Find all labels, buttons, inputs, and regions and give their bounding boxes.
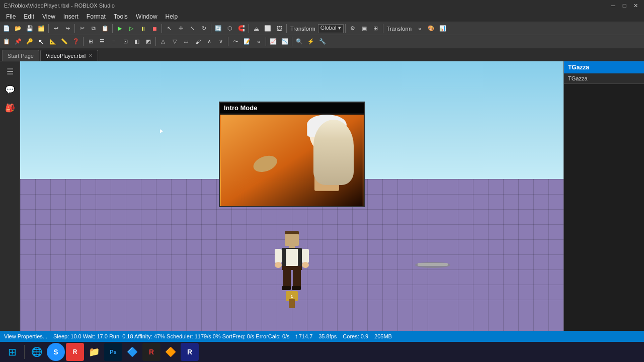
transform-mode-button[interactable]: 🔄 <box>213 23 224 34</box>
viewport[interactable]: Intro Mode <box>20 61 564 342</box>
separator-2 <box>74 24 75 33</box>
taskbar-roblox-studio[interactable]: R <box>66 343 84 361</box>
new-button[interactable]: 📄 <box>1 23 12 34</box>
sleep-wait-status: Sleep: 10.0 Wait: 17.0 Run: 0.18 Affinit… <box>53 333 290 339</box>
tb2-2[interactable]: 📌 <box>13 36 24 47</box>
play-button[interactable]: ▶ <box>114 23 125 34</box>
redo-button[interactable]: ↪ <box>62 23 73 34</box>
extra-2[interactable]: 📊 <box>437 23 448 34</box>
tb2-7[interactable]: ☰ <box>97 36 108 47</box>
coords-status: t 714.7 <box>296 333 313 339</box>
tab-close-icon[interactable]: ✕ <box>89 53 93 58</box>
tb2-8[interactable]: ≡ <box>108 36 119 47</box>
menu-format[interactable]: Format <box>83 11 110 22</box>
tb2-10[interactable]: ◧ <box>131 36 142 47</box>
chat-button[interactable]: 💬 <box>2 81 18 98</box>
stop-button[interactable]: ⏹ <box>149 23 160 34</box>
menu-help[interactable]: Help <box>162 11 182 22</box>
tb2-1[interactable]: 📋 <box>1 36 12 47</box>
svg-text:1: 1 <box>291 294 293 299</box>
paste-button[interactable]: 📋 <box>100 23 111 34</box>
tab-start-label: Start Page <box>8 53 34 59</box>
rotate-button[interactable]: ↻ <box>198 23 209 34</box>
tb2-terrain-flat[interactable]: ▱ <box>181 36 192 47</box>
copy-button[interactable]: ⧉ <box>88 23 99 34</box>
tb2-terrain-add[interactable]: △ <box>157 36 169 47</box>
ui-button[interactable]: 🖼 <box>274 23 285 34</box>
menu-tools[interactable]: Tools <box>110 11 132 22</box>
taskbar-app8[interactable]: R <box>181 343 199 361</box>
chat-icon: 💬 <box>5 85 15 95</box>
right-panel: TGazza TGazza <box>564 61 644 342</box>
select-button[interactable]: ↖ <box>164 23 175 34</box>
snap-button[interactable]: 🧲 <box>236 23 247 34</box>
ungroup-button[interactable]: ⊞ <box>370 23 381 34</box>
backpack-button[interactable]: 🎒 <box>2 100 18 116</box>
tab-start-page[interactable]: Start Page <box>2 50 39 61</box>
tb2-extra3[interactable]: 🔧 <box>317 36 328 47</box>
save-all-button[interactable]: 🗂️ <box>36 23 47 34</box>
hamburger-menu-button[interactable]: ☰ <box>2 63 18 79</box>
tb2-terrain-fill[interactable]: ∧ <box>204 36 215 47</box>
taskbar-folder[interactable]: 📁 <box>85 343 103 361</box>
tb2-stats2[interactable]: 📉 <box>279 36 290 47</box>
tab-video-player[interactable]: VideoPlayer.rbxl ✕ <box>40 50 98 61</box>
status-bar: View Properties... Sleep: 10.0 Wait: 17.… <box>0 331 644 342</box>
tb2-3[interactable]: 🔑 <box>24 36 35 47</box>
taskbar-skype[interactable]: S <box>47 343 65 361</box>
taskbar-ie[interactable]: 🌐 <box>28 343 46 361</box>
tb2-extra1[interactable]: 🔍 <box>294 36 305 47</box>
pause-button[interactable]: ⏸ <box>137 23 148 34</box>
part-button[interactable]: ⬜ <box>262 23 273 34</box>
tb2-cursor[interactable]: ↖ <box>36 36 47 47</box>
tb2-11[interactable]: ◩ <box>143 36 154 47</box>
save-button[interactable]: 💾 <box>24 23 35 34</box>
tb2-wave[interactable]: 〜 <box>230 36 241 47</box>
open-button[interactable]: 📂 <box>13 23 24 34</box>
play-here-button[interactable]: ▷ <box>126 23 137 34</box>
undo-button[interactable]: ↩ <box>50 23 61 34</box>
tb2-terrain-paint[interactable]: 🖌 <box>192 36 203 47</box>
menu-file[interactable]: File <box>2 11 20 22</box>
cut-button[interactable]: ✂ <box>76 23 88 34</box>
menu-window[interactable]: Window <box>132 11 162 22</box>
transform-dropdown[interactable]: Global ▾ <box>318 24 344 33</box>
windows-start-button[interactable]: ⊞ <box>3 343 21 361</box>
menu-edit[interactable]: Edit <box>20 11 38 22</box>
tb2-4[interactable]: 📐 <box>47 36 58 47</box>
terrain-button[interactable]: ⛰ <box>251 23 262 34</box>
group-button[interactable]: ▣ <box>359 23 370 34</box>
view-properties-link[interactable]: View Properties... <box>4 333 47 339</box>
tb2-terrain-erode[interactable]: ∨ <box>215 36 226 47</box>
svg-rect-11 <box>286 249 298 266</box>
extra-1[interactable]: 🎨 <box>426 23 437 34</box>
move-button[interactable]: ✛ <box>175 23 186 34</box>
video-frame-svg <box>220 115 364 206</box>
tb2-stats1[interactable]: 📈 <box>268 36 279 47</box>
scale-button[interactable]: ⤡ <box>187 23 198 34</box>
more-tools-button[interactable]: » <box>414 23 425 34</box>
taskbar-app6[interactable]: R <box>142 343 160 361</box>
left-sidebar: ☰ 💬 🎒 <box>0 61 20 342</box>
tb2-help[interactable]: ❓ <box>70 36 82 47</box>
taskbar-app7[interactable]: 🔶 <box>162 343 180 361</box>
settings-button[interactable]: ⚙ <box>347 23 358 34</box>
minimize-button[interactable]: ─ <box>609 2 618 10</box>
tb2-9[interactable]: ⊡ <box>120 36 131 47</box>
user-list-item[interactable]: TGazza <box>564 73 644 84</box>
separator-5 <box>211 24 211 33</box>
taskbar-app5[interactable]: 🔷 <box>123 343 141 361</box>
tb2-script[interactable]: 📝 <box>242 36 253 47</box>
tb2-terrain-sub[interactable]: ▽ <box>169 36 180 47</box>
tb2-more[interactable]: » <box>253 36 264 47</box>
close-button[interactable]: ✕ <box>631 2 640 10</box>
tab-bar: Start Page VideoPlayer.rbxl ✕ <box>0 48 644 61</box>
menu-insert[interactable]: Insert <box>59 11 83 22</box>
tb2-extra2[interactable]: ⚡ <box>305 36 316 47</box>
tb2-6[interactable]: ⊞ <box>85 36 96 47</box>
taskbar-photoshop[interactable]: Ps <box>104 343 122 361</box>
maximize-button[interactable]: □ <box>620 2 629 10</box>
collision-button[interactable]: ⬡ <box>224 23 235 34</box>
menu-view[interactable]: View <box>38 11 59 22</box>
tb2-5[interactable]: 📏 <box>59 36 70 47</box>
